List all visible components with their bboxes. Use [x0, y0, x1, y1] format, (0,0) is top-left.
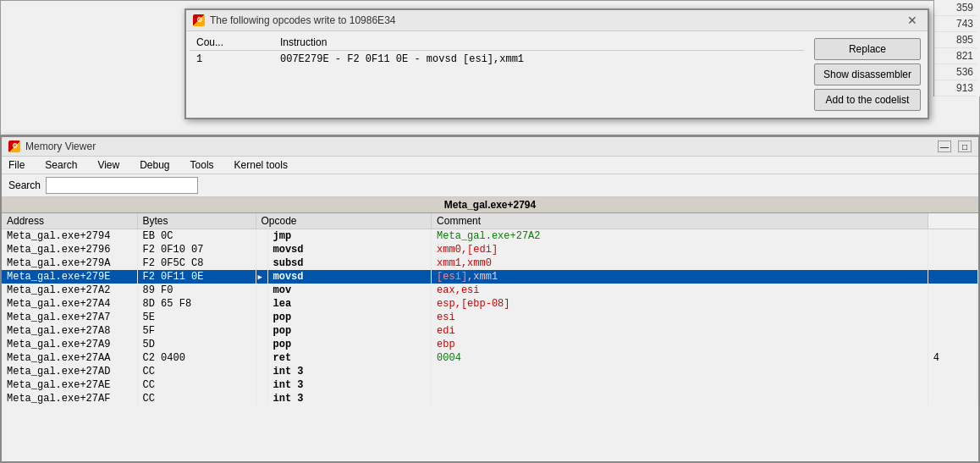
cell-arrow — [256, 229, 267, 244]
cell-operands: esi — [432, 311, 928, 324]
cell-address: Meta_gal.exe+27A4 — [2, 297, 137, 311]
cell-address: Meta_gal.exe+27AF — [2, 392, 137, 405]
cell-operands: xmm1,xmm0 — [432, 256, 928, 270]
cell-comment — [928, 284, 977, 297]
add-to-codelist-button[interactable]: Add to the codelist — [814, 89, 921, 111]
cell-address: Meta_gal.exe+2796 — [2, 243, 137, 256]
menu-tools[interactable]: Tools — [187, 158, 217, 172]
cell-address: Meta_gal.exe+27A7 — [2, 311, 137, 324]
cell-comment: 4 — [928, 351, 977, 365]
table-row[interactable]: Meta_gal.exe+27AFCCint 3 — [2, 392, 978, 405]
mv-menubar: File Search View Debug Tools Kernel tool… — [2, 157, 978, 174]
table-row[interactable]: Meta_gal.exe+2796F2 0F10 07movsdxmm0,[ed… — [2, 243, 978, 256]
table-row[interactable]: Meta_gal.exe+2794EB 0CjmpMeta_gal.exe+27… — [2, 229, 978, 244]
table-row[interactable]: Meta_gal.exe+279EF2 0F11 0E▶movsd[esi],x… — [2, 270, 978, 284]
table-row[interactable]: Meta_gal.exe+27A75Epopesi — [2, 311, 978, 324]
cell-bytes: F2 0F5C C8 — [137, 256, 256, 270]
cell-arrow — [256, 297, 267, 311]
cell-arrow — [256, 256, 267, 270]
cell-operands — [432, 392, 928, 405]
table-row[interactable]: Meta_gal.exe+27AAC2 0400ret00044 — [2, 351, 978, 365]
mv-minimize-button[interactable]: — — [938, 141, 951, 152]
cell-bytes: EB 0C — [137, 229, 256, 244]
disasm-header-bar: Meta_gal.exe+2794 — [2, 197, 978, 213]
cell-comment — [928, 243, 977, 256]
cell-comment — [928, 270, 977, 284]
cell-arrow — [256, 365, 267, 378]
opcode-titlebar-left: ⚙ The following opcodes write to 10986E3… — [193, 14, 395, 26]
cell-operands: xmm0,[edi] — [432, 243, 928, 256]
show-disassembler-button[interactable]: Show disassembler — [814, 63, 921, 85]
col-opcode-header: Opcode — [256, 213, 432, 229]
cell-address: Meta_gal.exe+279E — [2, 270, 137, 284]
cell-operands: eax,esi — [432, 284, 928, 297]
cell-operands: esp,[ebp-08] — [432, 297, 928, 311]
cell-operands — [432, 378, 928, 392]
cell-bytes: F2 0F10 07 — [137, 243, 256, 256]
cell-bytes: CC — [137, 392, 256, 405]
cell-operands: edi — [432, 324, 928, 338]
cell-bytes: 5E — [137, 311, 256, 324]
cell-operands: [esi],xmm1 — [432, 270, 928, 284]
opcode-col-instruction: Instruction — [273, 35, 804, 51]
cell-comment — [928, 338, 977, 351]
opcode-dialog: ⚙ The following opcodes write to 10986E3… — [184, 8, 929, 119]
right-numbers-panel: 359 743 895 821 536 913 — [933, 0, 980, 96]
cell-comment — [928, 256, 977, 270]
cell-opcode: int 3 — [267, 378, 432, 392]
mv-ce-icon: ⚙ — [8, 141, 20, 152]
cell-address: Meta_gal.exe+27A9 — [2, 338, 137, 351]
search-input[interactable] — [46, 177, 198, 194]
right-num-5: 536 — [934, 64, 977, 80]
memory-viewer-window: ⚙ Memory Viewer — □ File Search View Deb… — [0, 135, 980, 463]
opcode-table: Cou... Instruction 1 007E279E - F2 0F11 … — [190, 35, 804, 68]
table-row[interactable]: Meta_gal.exe+279AF2 0F5C C8subsdxmm1,xmm… — [2, 256, 978, 270]
cell-bytes: C2 0400 — [137, 351, 256, 365]
col-address-header: Address — [2, 213, 137, 229]
menu-view[interactable]: View — [94, 158, 123, 172]
col-bytes-header: Bytes — [137, 213, 256, 229]
opcode-table-area: Cou... Instruction 1 007E279E - F2 0F11 … — [186, 31, 807, 118]
cell-comment — [928, 311, 977, 324]
table-row[interactable]: Meta_gal.exe+27A289 F0moveax,esi — [2, 284, 978, 297]
opcode-titlebar: ⚙ The following opcodes write to 10986E3… — [186, 10, 928, 31]
right-num-4: 821 — [934, 48, 977, 64]
menu-search[interactable]: Search — [41, 158, 80, 172]
mv-title: Memory Viewer — [25, 141, 96, 152]
opcode-close-button[interactable]: ✕ — [904, 14, 921, 27]
replace-button[interactable]: Replace — [814, 38, 921, 60]
cell-opcode: jmp — [267, 229, 432, 244]
cell-address: Meta_gal.exe+27AD — [2, 365, 137, 378]
cell-bytes: F2 0F11 0E — [137, 270, 256, 284]
menu-file[interactable]: File — [5, 158, 28, 172]
table-row[interactable]: Meta_gal.exe+27A85Fpopedi — [2, 324, 978, 338]
cell-opcode: mov — [267, 284, 432, 297]
table-row[interactable]: 1 007E279E - F2 0F11 0E - movsd [esi],xm… — [190, 51, 804, 69]
right-num-2: 743 — [934, 16, 977, 32]
disasm-header-title: Meta_gal.exe+2794 — [444, 199, 536, 211]
cell-address: Meta_gal.exe+27AE — [2, 378, 137, 392]
cell-arrow — [256, 243, 267, 256]
opcode-row-instruction: 007E279E - F2 0F11 0E - movsd [esi],xmm1 — [273, 51, 804, 69]
cell-opcode: subsd — [267, 256, 432, 270]
mv-titlebar-left: ⚙ Memory Viewer — [8, 141, 96, 152]
table-row[interactable]: Meta_gal.exe+27ADCCint 3 — [2, 365, 978, 378]
table-row[interactable]: Meta_gal.exe+27A95Dpopebp — [2, 338, 978, 351]
cell-arrow — [256, 392, 267, 405]
cell-operands: ebp — [432, 338, 928, 351]
opcode-row-count: 1 — [190, 51, 273, 69]
cell-opcode: lea — [267, 297, 432, 311]
cell-arrow — [256, 284, 267, 297]
cell-address: Meta_gal.exe+2794 — [2, 229, 137, 244]
menu-debug[interactable]: Debug — [136, 158, 173, 172]
cell-opcode: int 3 — [267, 392, 432, 405]
table-row[interactable]: Meta_gal.exe+27A48D 65 F8leaesp,[ebp-08] — [2, 297, 978, 311]
cell-comment — [928, 365, 977, 378]
cell-arrow — [256, 351, 267, 365]
menu-kernel-tools[interactable]: Kernel tools — [231, 158, 291, 172]
table-row[interactable]: Meta_gal.exe+27AECCint 3 — [2, 378, 978, 392]
right-num-6: 913 — [934, 80, 977, 96]
disasm-table: Address Bytes Opcode Comment Meta_gal.ex… — [2, 213, 978, 405]
mv-maximize-button[interactable]: □ — [958, 141, 972, 152]
cell-address: Meta_gal.exe+279A — [2, 256, 137, 270]
